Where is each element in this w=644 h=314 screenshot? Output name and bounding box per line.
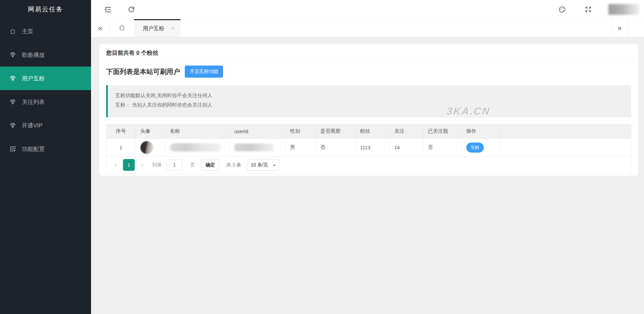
col-header-follows: 关注 bbox=[389, 124, 423, 139]
users-table-container: 序号 头像 名称 userId 性别 是否黑胶 粉丝 关注 已关注我 操作 bbox=[106, 124, 631, 173]
name-redacted bbox=[170, 143, 221, 152]
total-count-label: 共 1 条 bbox=[226, 162, 241, 168]
cell-action: 互粉 bbox=[461, 139, 500, 156]
userid-redacted bbox=[234, 144, 274, 151]
goto-page-input[interactable] bbox=[167, 159, 182, 170]
next-page-icon[interactable]: › bbox=[138, 161, 146, 169]
page-1-button[interactable]: 1 bbox=[123, 159, 135, 171]
cell-vinyl: 否 bbox=[315, 139, 355, 156]
col-header-gender: 性别 bbox=[285, 124, 315, 139]
sidebar-item-label: 功能配置 bbox=[22, 145, 45, 153]
col-header-name: 名称 bbox=[165, 124, 229, 139]
list-title-heading: 下面列表是本站可刷用户 bbox=[106, 67, 180, 76]
tab-home[interactable] bbox=[110, 19, 134, 37]
site-watermark: 3KA.CN bbox=[446, 106, 491, 117]
tab-mutual-follow[interactable]: 用户互粉 × bbox=[134, 19, 180, 37]
mutual-follow-pill-button[interactable]: 互粉 bbox=[466, 143, 484, 153]
list-title-section: 下面列表是本站可刷用户 开启互粉功能 bbox=[99, 62, 638, 81]
notice-box: 互粉功能默认关闭,关闭时你不会关注任何人 互粉： 当别人关注你的同时你也会关注别… bbox=[106, 85, 631, 117]
cell-follows: 14 bbox=[389, 139, 423, 156]
top-header bbox=[91, 0, 644, 19]
username-redacted[interactable] bbox=[608, 4, 639, 15]
col-header-empty bbox=[500, 124, 631, 139]
sidebar-item-song-play[interactable]: 歌曲播放 bbox=[0, 43, 91, 67]
tab-bar: « 用户互粉 × » bbox=[91, 19, 644, 37]
main-area: « 用户互粉 × » 您目前共有 0 个粉丝 bbox=[91, 0, 644, 314]
cell-gender: 男 bbox=[285, 139, 315, 156]
sidebar-item-label: 关注列表 bbox=[22, 98, 45, 106]
content-area: 您目前共有 0 个粉丝 下面列表是本站可刷用户 开启互粉功能 互粉功能默认关闭,… bbox=[91, 37, 644, 314]
col-header-index: 序号 bbox=[106, 124, 135, 139]
col-header-followed-me: 已关注我 bbox=[423, 124, 461, 139]
chevrons-left-icon: « bbox=[98, 24, 102, 33]
cell-empty bbox=[500, 139, 631, 156]
diamond-icon bbox=[9, 51, 16, 58]
home-icon bbox=[9, 28, 16, 35]
cell-fans: 1113 bbox=[355, 139, 389, 156]
sidebar-item-follow-list[interactable]: 关注列表 bbox=[0, 90, 91, 114]
col-header-avatar: 头像 bbox=[135, 124, 165, 139]
fans-summary-section: 您目前共有 0 个粉丝 bbox=[99, 44, 638, 62]
users-table: 序号 头像 名称 userId 性别 是否黑胶 粉丝 关注 已关注我 操作 bbox=[106, 124, 631, 156]
tabbar-spacer bbox=[180, 19, 611, 37]
grid-icon bbox=[9, 145, 16, 153]
close-icon[interactable]: × bbox=[171, 25, 174, 32]
sidebar-item-mutual-follow[interactable]: 用户互粉 bbox=[0, 67, 91, 90]
menu-fold-icon[interactable] bbox=[101, 3, 115, 16]
tab-label: 用户互粉 bbox=[143, 25, 164, 32]
theme-palette-icon[interactable] bbox=[555, 3, 569, 16]
sidebar-item-label: 主页 bbox=[22, 28, 33, 35]
sidebar-item-vip[interactable]: 开通VIP bbox=[0, 114, 91, 137]
table-row: 1 男 否 1113 bbox=[106, 139, 631, 156]
col-header-vinyl: 是否黑胶 bbox=[315, 124, 355, 139]
chevrons-right-icon: » bbox=[617, 24, 621, 33]
refresh-icon[interactable] bbox=[125, 3, 138, 16]
diamond-icon bbox=[9, 98, 16, 106]
page-size-select[interactable]: 10 条/页 bbox=[247, 159, 279, 171]
pagination-bar: ‹ 1 › 到第 页 确定 共 1 条 10 条/页 bbox=[106, 156, 631, 173]
col-header-action: 操作 bbox=[461, 124, 500, 139]
prev-page-icon[interactable]: ‹ bbox=[111, 161, 120, 169]
sidebar-item-label: 用户互粉 bbox=[22, 75, 45, 82]
cell-avatar bbox=[135, 139, 165, 156]
confirm-page-button[interactable]: 确定 bbox=[201, 159, 219, 171]
sidebar: 网易云任务 主页 歌曲播放 用户互粉 bbox=[0, 0, 91, 314]
col-header-fans: 粉丝 bbox=[355, 124, 389, 139]
sidebar-item-feature-config[interactable]: 功能配置 bbox=[0, 137, 91, 161]
notice-line-2: 互粉： 当别人关注你的同时你也会关注别人 bbox=[115, 100, 624, 110]
cell-followed-me: 否 bbox=[423, 139, 461, 156]
sidebar-item-label: 歌曲播放 bbox=[22, 51, 45, 59]
cell-userid bbox=[229, 139, 285, 156]
chevron-down-icon bbox=[633, 24, 639, 33]
notice-section: 互粉功能默认关闭,关闭时你不会关注任何人 互粉： 当别人关注你的同时你也会关注别… bbox=[99, 81, 638, 121]
sidebar-item-home[interactable]: 主页 bbox=[0, 19, 91, 43]
fullscreen-icon[interactable] bbox=[582, 3, 595, 16]
content-card: 您目前共有 0 个粉丝 下面列表是本站可刷用户 开启互粉功能 互粉功能默认关闭,… bbox=[99, 44, 638, 176]
goto-label: 到第 bbox=[152, 162, 162, 168]
cell-name bbox=[165, 139, 229, 156]
chevron-down-icon bbox=[272, 163, 276, 167]
tabs-scroll-left-button[interactable]: « bbox=[91, 19, 110, 37]
enable-mutual-follow-button[interactable]: 开启互粉功能 bbox=[185, 66, 223, 78]
diamond-icon bbox=[9, 122, 16, 129]
home-icon bbox=[118, 24, 126, 33]
sidebar-menu: 主页 歌曲播放 用户互粉 关注列表 bbox=[0, 19, 91, 161]
page-word-label: 页 bbox=[190, 162, 195, 168]
notice-line-1: 互粉功能默认关闭,关闭时你不会关注任何人 bbox=[115, 91, 624, 100]
col-header-userid: userId bbox=[229, 124, 285, 139]
tabs-scroll-right-button[interactable]: » bbox=[611, 19, 628, 37]
tabs-menu-button[interactable] bbox=[628, 19, 644, 37]
cell-index: 1 bbox=[106, 139, 135, 156]
avatar bbox=[140, 141, 153, 154]
diamond-icon bbox=[9, 75, 16, 82]
sidebar-item-label: 开通VIP bbox=[22, 122, 42, 129]
app-title: 网易云任务 bbox=[0, 0, 91, 19]
table-header-row: 序号 头像 名称 userId 性别 是否黑胶 粉丝 关注 已关注我 操作 bbox=[106, 124, 631, 139]
fans-summary-heading: 您目前共有 0 个粉丝 bbox=[106, 49, 631, 57]
